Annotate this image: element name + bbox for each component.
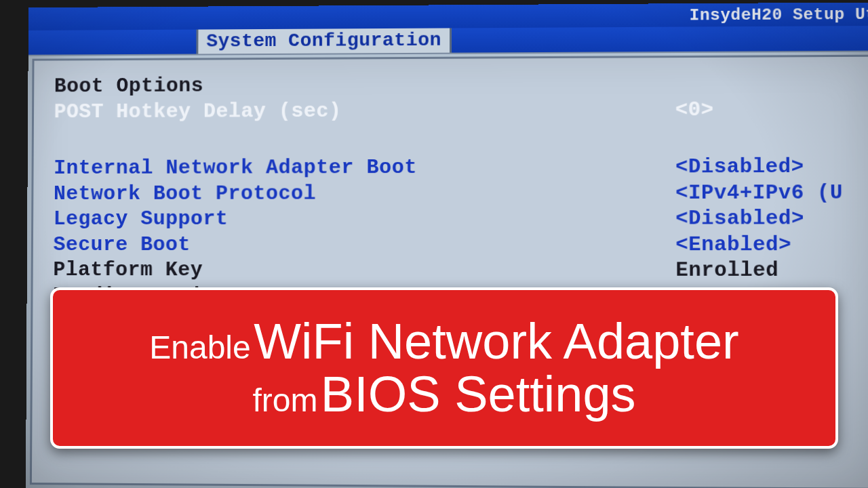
row-internal-network-adapter-boot[interactable]: Internal Network Adapter Boot <Disabled>: [54, 154, 850, 181]
monitor-frame: InsydeH20 Setup Ut System Configuration …: [0, 0, 868, 488]
caption-w2: WiFi Network Adapter: [254, 313, 739, 369]
tab-label: System Configuration: [206, 30, 441, 52]
tab-system-configuration[interactable]: System Configuration: [196, 28, 452, 54]
value-internal-net: <Disabled>: [675, 154, 850, 180]
label-net-proto: Network Boot Protocol: [54, 180, 675, 207]
value-legacy: <Disabled>: [675, 206, 850, 232]
caption-w4: BIOS Settings: [321, 366, 636, 422]
caption-line-2: from BIOS Settings: [252, 368, 635, 421]
spacer: [54, 123, 849, 157]
value-boot-options: [675, 89, 849, 89]
label-boot-options: Boot Options: [54, 71, 675, 99]
value-secure-boot: <Enabled>: [675, 232, 850, 258]
row-network-boot-protocol[interactable]: Network Boot Protocol <IPv4+IPv6 (U: [54, 180, 850, 207]
caption-w1: Enable: [149, 329, 250, 365]
caption-line-1: Enable WiFi Network Adapter: [149, 315, 738, 368]
row-boot-options[interactable]: Boot Options: [54, 70, 849, 100]
row-secure-boot[interactable]: Secure Boot <Enabled>: [54, 232, 850, 258]
label-platform-key: Platform Key: [53, 258, 675, 283]
label-secure-boot: Secure Boot: [54, 232, 676, 258]
label-legacy: Legacy Support: [54, 206, 676, 232]
bios-tab-strip: System Configuration: [28, 26, 868, 56]
label-post-hotkey: POST Hotkey Delay (sec): [54, 97, 675, 125]
row-post-hotkey-delay[interactable]: POST Hotkey Delay (sec) <0>: [54, 96, 850, 125]
caption-overlay: Enable WiFi Network Adapter from BIOS Se…: [50, 287, 838, 449]
value-post-hotkey: <0>: [675, 96, 849, 123]
bios-utility-title: InsydeH20 Setup Ut: [690, 5, 868, 25]
row-platform-key[interactable]: Platform Key Enrolled: [53, 258, 850, 284]
value-platform-key: Enrolled: [675, 258, 850, 283]
row-legacy-support[interactable]: Legacy Support <Disabled>: [54, 206, 850, 232]
caption-w3: from: [252, 382, 317, 418]
value-net-proto: <IPv4+IPv6 (U: [675, 180, 850, 206]
label-internal-net: Internal Network Adapter Boot: [54, 155, 675, 182]
